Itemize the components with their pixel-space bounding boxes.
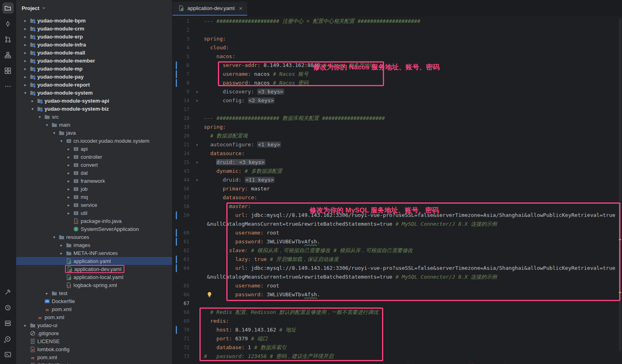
code-line-69[interactable]: 69 redis: (173, 317, 622, 326)
code-line-73[interactable]: 73# password: 123456 # 密码，建议生产环境开启 (173, 352, 622, 361)
tree-item-license[interactable]: LICENSE (16, 337, 172, 345)
tree-item-pom-xml[interactable]: mpom.xml (16, 353, 172, 361)
tree-item-java[interactable]: ▾java (16, 129, 172, 137)
history-icon[interactable] (2, 302, 14, 313)
tree-chevron-icon[interactable]: ▸ (22, 34, 29, 39)
code-line-66[interactable]: 66 password: 3WLiVUBEwTbvAfsh. (173, 290, 622, 299)
scrollbar-thumb[interactable] (619, 18, 621, 351)
code-line-61[interactable]: 61 password: 3WLiVUBEwTbvAfsh. (173, 237, 622, 246)
tree-chevron-icon[interactable]: ▸ (22, 42, 29, 47)
code-line-58[interactable]: 58 master: (173, 202, 622, 211)
tab-close-icon[interactable]: × (239, 5, 243, 11)
code-line-18[interactable]: 18--- #################### 数据库相关配置 #####… (173, 114, 622, 123)
code-line-65[interactable]: 65 username: root (173, 281, 622, 290)
tree-chevron-icon[interactable]: ▸ (22, 59, 29, 63)
code-line-71[interactable]: 71 port: 6379 # 端口 (173, 334, 622, 343)
code-line-14[interactable]: 14› config: <2 keys> (173, 96, 622, 105)
build-icon[interactable] (2, 286, 14, 297)
tree-item-cn-iocoder-yudao-module-system[interactable]: ▾cn.iocoder.yudao.module.system (16, 137, 172, 145)
tree-item-yudao-module-bpm[interactable]: ▸yudao-module-bpm (16, 16, 172, 24)
tree-item--gitignore[interactable]: .gitignore (16, 329, 172, 337)
tree-item-dal[interactable]: ▸dal (16, 169, 172, 177)
tree-chevron-icon[interactable]: ▸ (65, 155, 72, 159)
tree-item-application-yaml[interactable]: application.yaml (16, 257, 172, 265)
code-line-44[interactable]: 44› druid: <11 keys> (173, 176, 622, 184)
code-line-5[interactable]: 5 nacos: (173, 52, 622, 61)
tree-item-service[interactable]: ▸service (16, 201, 172, 209)
tree-chevron-icon[interactable]: ▸ (65, 147, 72, 151)
code-line-67[interactable]: 67 (173, 299, 622, 308)
fold-arrow-icon[interactable]: › (192, 140, 202, 149)
tree-chevron-icon[interactable]: ▸ (65, 211, 72, 215)
fold-arrow-icon[interactable]: › (192, 176, 202, 184)
tree-item-yudao-module-erp[interactable]: ▸yudao-module-erp (16, 32, 172, 40)
tree-chevron-icon[interactable]: ▾ (22, 91, 29, 95)
tree-chevron-icon[interactable]: ▸ (22, 51, 29, 55)
tree-item-application-dev-yaml[interactable]: application-dev.yaml (16, 265, 172, 273)
tree-item-yudao-module-mall[interactable]: ▸yudao-module-mall (16, 49, 172, 57)
tree-chevron-icon[interactable]: ▾ (51, 235, 58, 239)
code-line-68[interactable]: 68 # Redis 配置。Redisson 默认的配置足够使用，一般不需要进行… (173, 308, 622, 317)
tree-item-framework[interactable]: ▸framework (16, 177, 172, 185)
code-line-43[interactable]: 43 dynamic: # 多数据源配置 (173, 167, 622, 176)
tree-item-yudao-module-infra[interactable]: ▸yudao-module-infra (16, 40, 172, 49)
tree-item-application-local-yaml[interactable]: application-local.yaml (16, 273, 172, 281)
fold-arrow-icon[interactable]: › (192, 87, 202, 96)
code-line-9[interactable]: 9› discovery: <3 keys> (173, 87, 622, 96)
tree-item-mq[interactable]: ▸mq (16, 193, 172, 201)
code-line-2[interactable]: 2 (173, 26, 622, 34)
tree-item-convert[interactable]: ▸convert (16, 161, 172, 169)
code-line-17[interactable]: 17 (173, 105, 622, 114)
code-line-6[interactable]: 6 server-addr: 8.149.143.162:8848 # Naco… (173, 61, 622, 70)
tree-item-yudao-module-mp[interactable]: ▸yudao-module-mp (16, 65, 172, 73)
tree-item-main[interactable]: ▾main (16, 121, 172, 129)
tree-item-yudao-ui[interactable]: ▸yudao-ui (16, 321, 172, 329)
tree-item-pom-xml[interactable]: mpom.xml (16, 305, 172, 313)
tree-chevron-icon[interactable]: ▾ (58, 139, 65, 143)
code-editor[interactable]: 1--- #################### 注册中心 + 配置中心相关配… (173, 16, 622, 364)
tree-chevron-icon[interactable]: ▸ (65, 163, 72, 167)
code-line-59[interactable]: 59 url: jdbc:mysql://8.149.143.162:3306/… (173, 211, 622, 220)
tree-chevron-icon[interactable]: ▸ (65, 203, 72, 207)
tree-item-pom-xml[interactable]: mpom.xml (16, 313, 172, 321)
tree-item-systemserverapplication[interactable]: CSystemServerApplication (16, 225, 172, 233)
tree-chevron-icon[interactable]: ▾ (29, 107, 36, 111)
tree-chevron-icon[interactable]: ▸ (58, 243, 65, 247)
code-line-7[interactable]: 7 username: nacos # Nacos 账号 (173, 70, 622, 79)
tree-item-src[interactable]: ▾src (16, 113, 172, 121)
tree-chevron-icon[interactable]: ▸ (22, 323, 29, 328)
tree-chevron-icon[interactable]: ▸ (65, 187, 72, 191)
code-line-63[interactable]: 63 lazy: true # 开启懒加载，保证启动速度 (173, 255, 622, 264)
tab-application-dev-yaml[interactable]: application-dev.yaml × (173, 2, 247, 16)
tree-item-logback-spring-xml[interactable]: </>logback-spring.xml (16, 281, 172, 289)
tree-item-api[interactable]: ▸api (16, 145, 172, 153)
tree-item-resources[interactable]: ▾resources (16, 233, 172, 241)
pull-requests-icon[interactable] (2, 34, 14, 45)
tree-item-lombok-config[interactable]: lombok.config (16, 345, 172, 353)
code-line-57[interactable]: 57 datasource: (173, 193, 622, 202)
tree-chevron-icon[interactable]: ▾ (51, 131, 58, 135)
editor-scrollbar[interactable] (618, 16, 622, 364)
intention-bulb-icon[interactable] (206, 291, 213, 298)
code-line-25[interactable]: 25› druid: <3 keys> (173, 158, 622, 167)
windows-icon[interactable] (2, 65, 14, 76)
tree-chevron-icon[interactable]: ▸ (22, 75, 29, 79)
tree-chevron-icon[interactable]: ▸ (29, 99, 36, 103)
tree-chevron-icon[interactable]: ▸ (43, 291, 51, 295)
code-line-wrap[interactable]: &nullCatalogMeansCurrent=true&rewriteBat… (173, 220, 622, 229)
code-line-64[interactable]: 64 url: jdbc:mysql://8.149.143.162:3306/… (173, 264, 622, 273)
code-line-wrap[interactable]: &nullCatalogMeansCurrent=true&rewriteBat… (173, 273, 622, 281)
tree-chevron-icon[interactable]: ▸ (65, 171, 72, 175)
tree-chevron-icon[interactable]: ▸ (22, 18, 29, 23)
tree-chevron-icon[interactable]: ▸ (58, 251, 65, 255)
code-line-24[interactable]: 24 datasource: (173, 149, 622, 158)
code-line-21[interactable]: 21› autoconfigure: <1 key> (173, 140, 622, 149)
tree-item-images[interactable]: ▸images (16, 241, 172, 249)
project-selector[interactable]: Project (16, 0, 172, 16)
terminal-icon[interactable] (2, 349, 14, 360)
code-line-3[interactable]: 3spring: (173, 34, 622, 43)
more-icon[interactable] (2, 81, 14, 92)
run-icon[interactable] (2, 333, 14, 344)
tree-chevron-icon[interactable]: ▸ (65, 179, 72, 183)
tree-chevron-icon[interactable]: ▸ (22, 26, 29, 31)
